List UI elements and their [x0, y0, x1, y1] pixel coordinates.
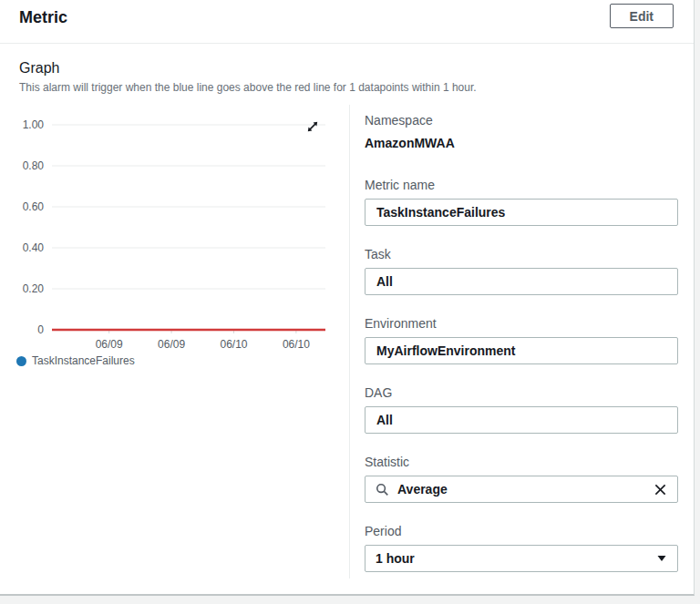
metric-name-label: Metric name [365, 178, 435, 192]
panel-header: Metric Edit [0, 0, 694, 44]
metric-fields: Namespace AmazonMWAA Metric name Task En… [365, 113, 678, 572]
legend-color-dot [16, 356, 26, 366]
svg-text:06/10: 06/10 [220, 338, 247, 351]
chevron-down-icon [656, 554, 667, 563]
svg-text:0.60: 0.60 [23, 200, 45, 213]
namespace-field: Namespace AmazonMWAA [365, 113, 678, 151]
svg-text:06/09: 06/09 [158, 338, 185, 351]
task-field: Task [365, 246, 678, 295]
environment-field: Environment [365, 315, 678, 364]
edit-button[interactable]: Edit [610, 4, 674, 28]
svg-text:1.00: 1.00 [23, 118, 45, 131]
svg-text:0.40: 0.40 [23, 241, 45, 254]
legend-item-taskinstancefailures[interactable]: TaskInstanceFailures [16, 354, 135, 367]
metric-name-field: Metric name [365, 177, 678, 226]
vertical-divider [349, 105, 350, 578]
dag-input[interactable] [365, 406, 678, 434]
task-label: Task [365, 247, 391, 261]
expand-chart-icon[interactable] [304, 118, 321, 135]
namespace-label: Namespace [365, 113, 678, 128]
period-field: Period 1 hour [365, 523, 678, 572]
clear-statistic-icon[interactable] [654, 483, 667, 497]
namespace-value: AmazonMWAA [365, 135, 678, 151]
svg-text:0.80: 0.80 [23, 159, 45, 172]
graph-heading: Graph [19, 60, 59, 77]
metric-panel: Metric Edit Graph This alarm will trigge… [0, 0, 695, 596]
dag-field: DAG [365, 384, 678, 434]
period-value: 1 hour [376, 551, 415, 566]
environment-input[interactable] [365, 337, 678, 364]
page-title: Metric [19, 8, 67, 27]
svg-text:0.20: 0.20 [23, 282, 45, 295]
metric-name-input[interactable] [365, 199, 678, 226]
statistic-value: Average [397, 482, 448, 497]
metric-chart-container: 1.000.800.600.400.20006/0906/0906/1006/1… [18, 114, 334, 353]
period-select[interactable]: 1 hour [365, 545, 678, 572]
graph-description: This alarm will trigger when the blue li… [19, 81, 477, 94]
svg-text:06/09: 06/09 [96, 338, 123, 351]
environment-label: Environment [365, 316, 437, 331]
metric-chart: 1.000.800.600.400.20006/0906/0906/1006/1… [18, 114, 334, 353]
search-icon [376, 483, 389, 497]
task-input[interactable] [365, 268, 678, 295]
period-label: Period [365, 524, 401, 538]
legend-label: TaskInstanceFailures [32, 354, 135, 367]
svg-text:0: 0 [37, 323, 44, 336]
statistic-input[interactable]: Average [365, 476, 678, 503]
dag-label: DAG [365, 385, 392, 400]
svg-text:06/10: 06/10 [283, 338, 310, 351]
statistic-label: Statistic [365, 455, 409, 469]
statistic-field: Statistic Average [365, 454, 678, 503]
